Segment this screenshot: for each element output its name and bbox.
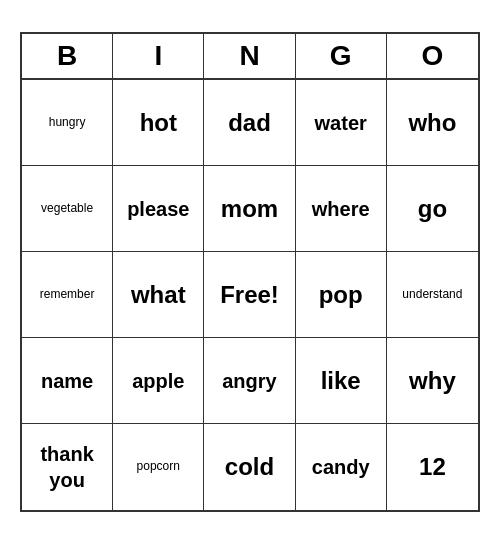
bingo-cell: angry [204,338,295,424]
cell-label: who [408,107,456,138]
header-letter: G [296,34,387,78]
bingo-cell: mom [204,166,295,252]
cell-label: apple [132,368,184,394]
cell-label: angry [222,368,276,394]
cell-label: pop [319,279,363,310]
cell-label: go [418,193,447,224]
header-letter: O [387,34,478,78]
cell-label: cold [225,451,274,482]
bingo-cell: understand [387,252,478,338]
bingo-cell: remember [22,252,113,338]
cell-label: Free! [220,279,279,310]
cell-label: thank you [26,441,108,493]
header-letter: I [113,34,204,78]
bingo-cell: like [296,338,387,424]
bingo-cell: cold [204,424,295,510]
header-letter: N [204,34,295,78]
bingo-cell: candy [296,424,387,510]
bingo-cell: what [113,252,204,338]
cell-label: mom [221,193,278,224]
bingo-cell: 12 [387,424,478,510]
bingo-grid: hungryhotdadwaterwhovegetablepleasemomwh… [22,80,478,510]
cell-label: where [312,196,370,222]
bingo-card: BINGO hungryhotdadwaterwhovegetablepleas… [20,32,480,512]
bingo-cell: vegetable [22,166,113,252]
cell-label: why [409,365,456,396]
cell-label: remember [40,287,95,303]
bingo-cell: where [296,166,387,252]
bingo-cell: water [296,80,387,166]
bingo-cell: apple [113,338,204,424]
cell-label: hot [140,107,177,138]
cell-label: like [321,365,361,396]
cell-label: water [315,110,367,136]
cell-label: candy [312,454,370,480]
cell-label: popcorn [137,459,180,475]
bingo-cell: why [387,338,478,424]
bingo-cell: please [113,166,204,252]
bingo-cell: hungry [22,80,113,166]
bingo-cell: name [22,338,113,424]
bingo-cell: pop [296,252,387,338]
header-letter: B [22,34,113,78]
cell-label: hungry [49,115,86,131]
cell-label: dad [228,107,271,138]
cell-label: 12 [419,451,446,482]
bingo-cell: who [387,80,478,166]
cell-label: understand [402,287,462,303]
cell-label: what [131,279,186,310]
cell-label: please [127,196,189,222]
bingo-cell: go [387,166,478,252]
bingo-cell: popcorn [113,424,204,510]
bingo-cell: Free! [204,252,295,338]
bingo-cell: hot [113,80,204,166]
cell-label: vegetable [41,201,93,217]
bingo-cell: dad [204,80,295,166]
bingo-header: BINGO [22,34,478,80]
bingo-cell: thank you [22,424,113,510]
cell-label: name [41,368,93,394]
